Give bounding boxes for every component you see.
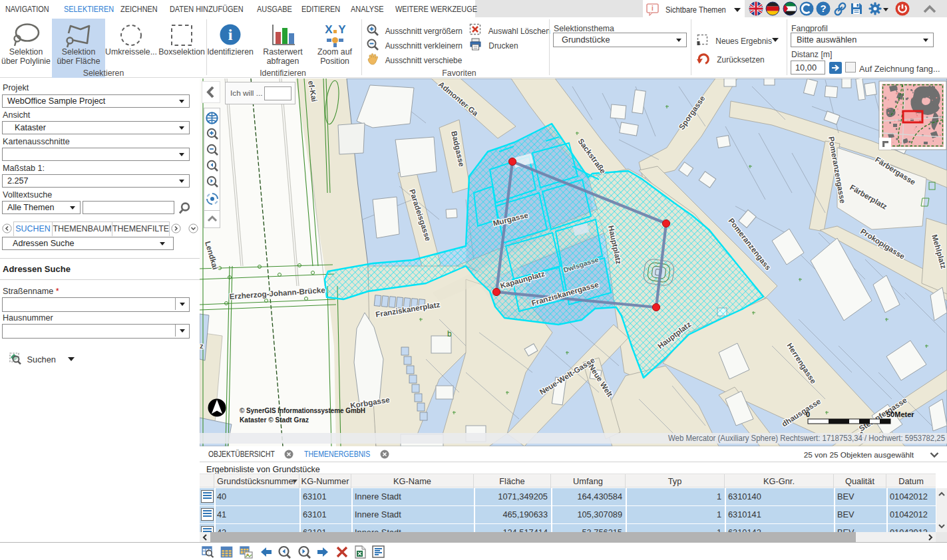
svg-text:© SynerGIS Informationssysteme: © SynerGIS Informationssysteme GmbH [240, 406, 365, 414]
svg-text:z: z [200, 341, 204, 350]
svg-text:0: 0 [806, 410, 810, 418]
svg-text:Kataster © Stadt Graz: Kataster © Stadt Graz [240, 415, 309, 424]
svg-text:X: X [325, 23, 333, 36]
svg-text:b: b [447, 329, 452, 339]
svg-text:?: ? [820, 3, 826, 14]
svg-text:50Meter: 50Meter [886, 410, 914, 418]
svg-text:i: i [652, 5, 654, 12]
svg-text:i: i [228, 26, 233, 43]
svg-text:Y: Y [338, 23, 346, 36]
svg-text:Web Mercator (Auxiliary Sphere: Web Mercator (Auxiliary Sphere) Rechtswe… [668, 434, 945, 443]
